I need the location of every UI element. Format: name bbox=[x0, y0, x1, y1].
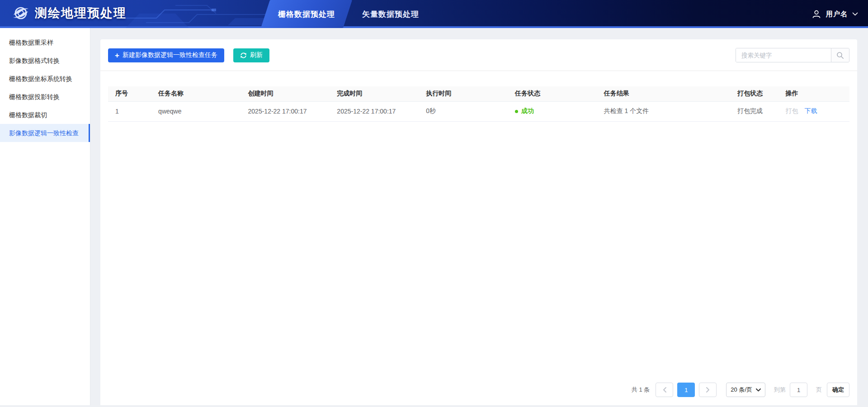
chevron-right-icon bbox=[706, 387, 710, 393]
col-package-status: 打包状态 bbox=[730, 86, 778, 101]
col-operations: 操作 bbox=[778, 86, 849, 101]
toolbar-divider bbox=[100, 71, 857, 71]
chevron-down-icon bbox=[852, 12, 858, 16]
refresh-icon bbox=[240, 52, 247, 59]
tab-label: 矢量数据预处理 bbox=[362, 9, 419, 19]
col-task-status: 任务状态 bbox=[508, 86, 597, 101]
page-size-value: 20 条/页 bbox=[731, 386, 752, 394]
table-header-row: 序号 任务名称 创建时间 完成时间 执行时间 任务状态 任务结果 打包状态 操作 bbox=[108, 86, 849, 101]
app-header: 测绘地理预处理 栅格数据预处理 矢量数据预处理 用户名 bbox=[0, 0, 868, 28]
download-link[interactable]: 下载 bbox=[804, 107, 817, 114]
tab-label: 栅格数据预处理 bbox=[278, 9, 335, 19]
goto-page-input[interactable] bbox=[790, 383, 807, 397]
sidebar-item-raster-clip[interactable]: 栅格数据裁切 bbox=[0, 106, 90, 124]
goto-suffix-label: 页 bbox=[816, 386, 822, 394]
sidebar-item-image-logic-consistency-check[interactable]: 影像数据逻辑一致性检查 bbox=[0, 124, 90, 142]
select-caret-icon bbox=[756, 388, 761, 392]
cell-task-status: 成功 bbox=[508, 101, 597, 121]
page-body: 栅格数据重采样 影像数据格式转换 栅格数据坐标系统转换 栅格数据投影转换 栅格数… bbox=[0, 28, 868, 405]
search-button[interactable] bbox=[831, 48, 849, 62]
sidebar: 栅格数据重采样 影像数据格式转换 栅格数据坐标系统转换 栅格数据投影转换 栅格数… bbox=[0, 28, 90, 405]
task-table: 序号 任务名称 创建时间 完成时间 执行时间 任务状态 任务结果 打包状态 操作 bbox=[108, 86, 849, 122]
sidebar-item-raster-projection-convert[interactable]: 栅格数据投影转换 bbox=[0, 88, 90, 106]
new-task-button-label: 新建影像数据逻辑一致性检查任务 bbox=[123, 51, 217, 59]
package-link-disabled[interactable]: 打包 bbox=[786, 107, 798, 114]
refresh-button[interactable]: 刷新 bbox=[233, 48, 269, 62]
col-created-time: 创建时间 bbox=[241, 86, 330, 101]
new-task-button[interactable]: + 新建影像数据逻辑一致性检查任务 bbox=[108, 48, 224, 62]
chevron-left-icon bbox=[662, 387, 667, 393]
user-icon bbox=[811, 9, 821, 19]
cell-package-status: 打包完成 bbox=[730, 101, 778, 121]
header-tabs: 栅格数据预处理 矢量数据预处理 bbox=[264, 0, 433, 28]
toolbar: + 新建影像数据逻辑一致性检查任务 刷新 bbox=[100, 39, 857, 71]
col-finished-time: 完成时间 bbox=[330, 86, 419, 101]
page-size-select[interactable]: 20 条/页 bbox=[726, 383, 765, 397]
user-name: 用户名 bbox=[826, 10, 848, 19]
tab-vector-preprocessing[interactable]: 矢量数据预处理 bbox=[349, 0, 433, 28]
cell-exec-time: 0秒 bbox=[419, 101, 508, 121]
col-index: 序号 bbox=[108, 86, 151, 101]
table-row: 1 qweqwe 2025-12-22 17:00:17 2025-12-22 … bbox=[108, 101, 849, 121]
cell-task-result: 共检查 1 个文件 bbox=[597, 101, 730, 121]
task-table-wrap: 序号 任务名称 创建时间 完成时间 执行时间 任务状态 任务结果 打包状态 操作 bbox=[108, 86, 849, 383]
logo-icon bbox=[12, 4, 30, 22]
search-box bbox=[736, 48, 849, 62]
col-task-result: 任务结果 bbox=[597, 86, 730, 101]
col-exec-time: 执行时间 bbox=[419, 86, 508, 101]
status-success-dot bbox=[515, 110, 518, 113]
cell-task-name: qweqwe bbox=[151, 101, 241, 121]
sidebar-item-raster-resample[interactable]: 栅格数据重采样 bbox=[0, 33, 90, 52]
main-area: + 新建影像数据逻辑一致性检查任务 刷新 bbox=[90, 28, 868, 405]
refresh-button-label: 刷新 bbox=[250, 51, 263, 59]
cell-finished-time: 2025-12-22 17:00:17 bbox=[330, 101, 419, 121]
cell-operations: 打包 下载 bbox=[778, 101, 849, 121]
sidebar-item-image-format-convert[interactable]: 影像数据格式转换 bbox=[0, 52, 90, 70]
plus-icon: + bbox=[115, 52, 119, 59]
page-number-button[interactable]: 1 bbox=[677, 383, 695, 397]
col-task-name: 任务名称 bbox=[151, 86, 241, 101]
tab-raster-preprocessing[interactable]: 栅格数据预处理 bbox=[264, 0, 349, 28]
pagination-total: 共 1 条 bbox=[632, 386, 650, 394]
app-title: 测绘地理预处理 bbox=[35, 5, 127, 21]
cell-index: 1 bbox=[108, 101, 151, 121]
cell-created-time: 2025-12-22 17:00:17 bbox=[241, 101, 330, 121]
user-menu[interactable]: 用户名 bbox=[811, 0, 858, 28]
goto-prefix-label: 到第 bbox=[774, 386, 786, 394]
prev-page-button[interactable] bbox=[656, 383, 673, 397]
circuit-decoration bbox=[121, 0, 270, 28]
content-card: + 新建影像数据逻辑一致性检查任务 刷新 bbox=[100, 39, 857, 405]
next-page-button[interactable] bbox=[699, 383, 717, 397]
pagination: 共 1 条 1 20 条/页 bbox=[100, 383, 857, 405]
status-text: 成功 bbox=[521, 107, 534, 115]
logo-group: 测绘地理预处理 bbox=[0, 4, 127, 22]
sidebar-item-raster-coordsys-convert[interactable]: 栅格数据坐标系统转换 bbox=[0, 70, 90, 88]
search-icon bbox=[836, 52, 844, 59]
goto-confirm-button[interactable]: 确定 bbox=[827, 383, 849, 397]
search-input[interactable] bbox=[736, 48, 831, 62]
